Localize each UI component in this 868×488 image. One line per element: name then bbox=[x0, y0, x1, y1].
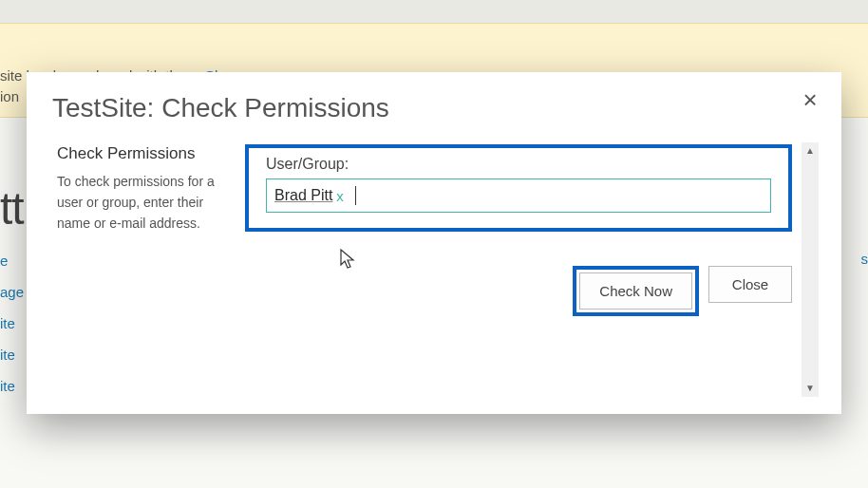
scroll-up-icon[interactable]: ▲ bbox=[802, 142, 819, 160]
check-permissions-dialog: × TestSite: Check Permissions ▲ ▼ Check … bbox=[27, 72, 841, 414]
user-group-highlight: User/Group: Brad Pitt x bbox=[245, 144, 792, 232]
scrollbar-track[interactable]: ▲ ▼ bbox=[802, 142, 819, 397]
bg-link[interactable]: ite bbox=[0, 370, 24, 402]
section-heading: Check Permissions bbox=[57, 144, 223, 163]
people-chip-remove-icon[interactable]: x bbox=[336, 188, 344, 204]
close-button[interactable]: Close bbox=[708, 266, 792, 303]
background-top-stripe bbox=[0, 0, 868, 23]
close-icon[interactable]: × bbox=[796, 85, 824, 114]
dialog-right-column: User/Group: Brad Pitt x Check Now Close bbox=[245, 144, 792, 232]
dialog-left-column: Check Permissions To check permissions f… bbox=[57, 144, 223, 234]
check-now-highlight: Check Now bbox=[573, 266, 699, 316]
dialog-title: TestSite: Check Permissions bbox=[52, 93, 389, 123]
user-group-label: User/Group: bbox=[266, 156, 771, 173]
text-caret bbox=[355, 186, 356, 205]
user-group-input[interactable]: Brad Pitt x bbox=[266, 178, 771, 213]
bg-link[interactable]: age bbox=[0, 276, 24, 308]
background-page-title-fragment: tt bbox=[0, 182, 24, 235]
bg-link[interactable]: ite bbox=[0, 339, 24, 370]
check-now-button[interactable]: Check Now bbox=[579, 272, 692, 310]
background-right-char: s bbox=[861, 251, 869, 267]
background-left-links: e age ite ite ite bbox=[0, 245, 24, 402]
dialog-body: Check Permissions To check permissions f… bbox=[57, 144, 792, 404]
notice-text-line2: ion bbox=[0, 88, 19, 104]
dialog-button-row: Check Now Close bbox=[573, 266, 792, 316]
people-chip[interactable]: Brad Pitt bbox=[274, 187, 332, 204]
bg-link[interactable]: e bbox=[0, 245, 24, 276]
bg-link[interactable]: ite bbox=[0, 308, 24, 339]
scroll-down-icon[interactable]: ▼ bbox=[802, 380, 819, 397]
section-description: To check permissions for a user or group… bbox=[57, 171, 223, 234]
